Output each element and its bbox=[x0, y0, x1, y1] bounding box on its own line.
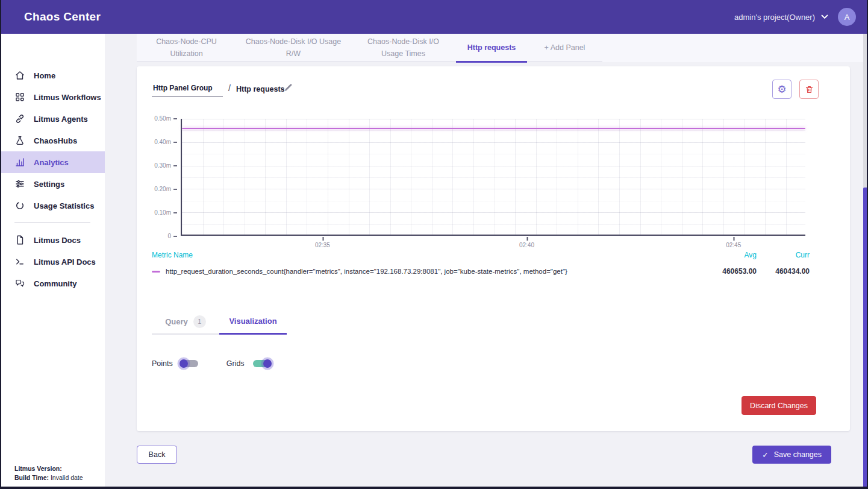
circle-icon bbox=[14, 200, 25, 211]
visualization-options: Points Grids bbox=[152, 359, 270, 368]
version-label: Litmus Version: bbox=[14, 465, 62, 472]
panel-settings-button[interactable]: ⚙ bbox=[772, 80, 792, 99]
main-content: Chaos-Node-CPU Utilization Chaos-Node-Di… bbox=[105, 34, 868, 489]
y-tick-label: 0 bbox=[167, 233, 177, 239]
tab-query[interactable]: Query 1 bbox=[152, 309, 219, 335]
panel-tab-cpu-utilization[interactable]: Chaos-Node-CPU Utilization bbox=[137, 34, 236, 63]
save-changes-button[interactable]: ✓ Save changes bbox=[752, 446, 831, 464]
sidebar-item-litmus-api-docs[interactable]: Litmus API Docs bbox=[0, 251, 105, 273]
home-icon bbox=[14, 70, 25, 81]
metric-row: http_request_duration_seconds_count{hand… bbox=[152, 267, 810, 276]
x-tick-label: 02:40 bbox=[519, 242, 534, 248]
sidebar-item-label: Home bbox=[34, 71, 55, 80]
app-header: Chaos Center admin's project(Owner) A bbox=[0, 0, 868, 34]
window-frame-left bbox=[0, 0, 1, 489]
panel-tab-http-requests[interactable]: Http requests bbox=[456, 34, 527, 63]
editor-tabs: Query 1 Visualization bbox=[152, 309, 287, 335]
sidebar-item-community[interactable]: Community bbox=[0, 273, 105, 294]
sidebar-item-label: Community bbox=[34, 279, 77, 288]
y-tick-label: 0.40m bbox=[154, 139, 177, 145]
build-time-value: Invalid date bbox=[51, 474, 83, 481]
sidebar-item-chaoshubs[interactable]: ChaosHubs bbox=[0, 130, 105, 151]
grids-label: Grids bbox=[226, 359, 245, 368]
sidebar-item-label: Litmus API Docs bbox=[34, 257, 96, 267]
project-selector[interactable]: admin's project(Owner) bbox=[734, 13, 828, 22]
points-label: Points bbox=[152, 359, 173, 368]
header-right: admin's project(Owner) A bbox=[734, 8, 868, 26]
add-panel-button[interactable]: + Add Panel bbox=[527, 34, 602, 63]
panel-editor-card: / Http requests ⚙ 0.50m 0.40m 0.30m 0.20… bbox=[137, 66, 850, 431]
breadcrumb-separator: / bbox=[228, 83, 231, 93]
app-title: Chaos Center bbox=[24, 10, 101, 24]
bar-chart-icon bbox=[14, 157, 25, 168]
workflows-icon bbox=[14, 92, 25, 103]
pencil-icon bbox=[284, 83, 293, 92]
sidebar-item-settings[interactable]: Settings bbox=[0, 173, 105, 195]
sidebar-item-usage-statistics[interactable]: Usage Statistics bbox=[0, 195, 105, 216]
flask-icon bbox=[14, 135, 25, 146]
avatar[interactable]: A bbox=[838, 8, 856, 26]
legend-header-row: Metric Name Avg Curr bbox=[152, 251, 810, 259]
sidebar-item-litmus-agents[interactable]: Litmus Agents bbox=[0, 108, 105, 130]
sidebar-item-label: Litmus Workflows bbox=[34, 93, 101, 102]
sidebar: Home Litmus Workflows Litmus Agents Chao… bbox=[0, 34, 105, 489]
discard-changes-button[interactable]: Discard Changes bbox=[742, 396, 816, 415]
chevron-down-icon bbox=[821, 14, 828, 19]
sidebar-item-home[interactable]: Home bbox=[0, 65, 105, 86]
panel-tab-disk-io-times[interactable]: Chaos-Node-Disk I/O Usage Times bbox=[351, 34, 456, 63]
metric-name-header: Metric Name bbox=[152, 251, 705, 259]
avg-header: Avg bbox=[705, 251, 757, 259]
window-frame-bottom bbox=[0, 487, 868, 489]
sidebar-item-analytics[interactable]: Analytics bbox=[0, 151, 105, 173]
sidebar-item-label: Settings bbox=[34, 180, 64, 189]
points-option: Points bbox=[152, 359, 199, 368]
metric-name: http_request_duration_seconds_count{hand… bbox=[166, 268, 705, 275]
metric-avg-value: 460653.00 bbox=[705, 267, 757, 276]
series-line bbox=[182, 128, 805, 129]
app-window: Chaos Center admin's project(Owner) A Ho… bbox=[0, 0, 868, 489]
sidebar-item-litmus-workflows[interactable]: Litmus Workflows bbox=[0, 86, 105, 108]
sidebar-item-label: Analytics bbox=[34, 158, 69, 167]
link-icon bbox=[14, 113, 25, 124]
sidebar-item-label: Litmus Agents bbox=[34, 115, 88, 124]
query-tab-label: Query bbox=[165, 317, 188, 326]
points-toggle[interactable] bbox=[181, 359, 199, 368]
y-tick-label: 0.50m bbox=[154, 115, 177, 122]
document-icon bbox=[14, 235, 25, 245]
panel-tab-bar: Chaos-Node-CPU Utilization Chaos-Node-Di… bbox=[137, 34, 868, 62]
sidebar-item-label: ChaosHubs bbox=[34, 136, 77, 145]
save-changes-label: Save changes bbox=[774, 450, 822, 459]
y-tick-label: 0.10m bbox=[154, 209, 177, 216]
metric-curr-value: 460434.00 bbox=[757, 267, 810, 276]
gear-icon: ⚙ bbox=[777, 83, 786, 96]
x-tick-label: 02:45 bbox=[726, 242, 741, 248]
check-icon: ✓ bbox=[762, 450, 768, 459]
x-tick-label: 02:35 bbox=[315, 242, 330, 248]
metric-legend: Metric Name Avg Curr http_request_durati… bbox=[152, 251, 810, 276]
sliders-icon bbox=[14, 178, 25, 189]
sidebar-item-litmus-docs[interactable]: Litmus Docs bbox=[0, 229, 105, 251]
grids-option: Grids bbox=[226, 359, 270, 368]
y-axis-labels: 0.50m 0.40m 0.30m 0.20m 0.10m 0 bbox=[152, 115, 177, 239]
chart: 0.50m 0.40m 0.30m 0.20m 0.10m 0 02:35 02… bbox=[152, 115, 835, 256]
y-tick-label: 0.20m bbox=[154, 186, 177, 192]
tab-visualization[interactable]: Visualization bbox=[219, 309, 287, 335]
edit-panel-name-button[interactable] bbox=[284, 83, 293, 95]
grids-toggle[interactable] bbox=[252, 359, 270, 368]
delete-panel-button[interactable] bbox=[799, 80, 819, 99]
project-name: admin's project(Owner) bbox=[734, 13, 815, 22]
plot-area[interactable] bbox=[181, 119, 805, 236]
sidebar-item-label: Litmus Docs bbox=[34, 236, 81, 245]
back-button[interactable]: Back bbox=[137, 446, 177, 464]
chat-icon bbox=[14, 278, 25, 289]
panel-group-name-input[interactable] bbox=[152, 82, 223, 96]
panel-name: Http requests bbox=[236, 85, 285, 93]
y-tick-label: 0.30m bbox=[154, 162, 177, 169]
curr-header: Curr bbox=[757, 251, 810, 259]
trash-icon bbox=[805, 85, 814, 94]
build-time-label: Build Time: bbox=[14, 474, 49, 481]
sidebar-item-label: Usage Statistics bbox=[34, 201, 94, 210]
panel-tab-disk-io-rw[interactable]: Chaos-Node-Disk I/O Usage R/W bbox=[236, 34, 351, 63]
terminal-icon bbox=[14, 256, 25, 267]
legend-swatch bbox=[152, 271, 160, 273]
